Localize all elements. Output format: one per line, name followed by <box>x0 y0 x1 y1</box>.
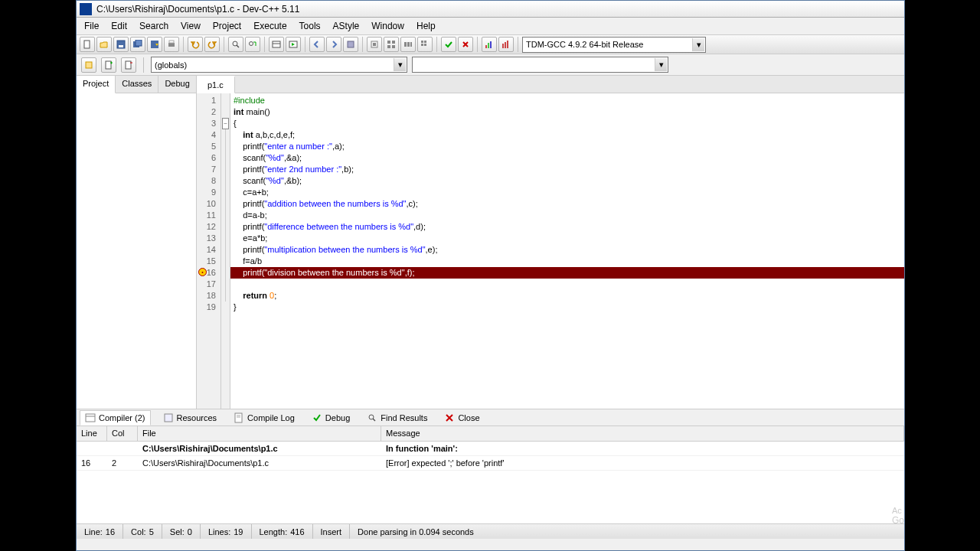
redo-button[interactable] <box>204 37 220 52</box>
code-lines[interactable]: #includeint main(){ int a,b,c,d,e,f; pri… <box>230 93 904 409</box>
svg-rect-20 <box>392 45 395 48</box>
editor-area: p1.c 12345678910111213141516•171819 − #i… <box>197 76 904 409</box>
chevron-down-icon: ▾ <box>692 38 704 51</box>
tab-bottom-debug-label: Debug <box>325 413 350 422</box>
header-file[interactable]: File <box>138 426 381 441</box>
table-row[interactable]: 162C:\Users\Rishiraj\Documents\p1.c[Erro… <box>77 456 904 471</box>
compile2-button[interactable] <box>367 37 382 52</box>
profiler-button[interactable] <box>482 37 497 52</box>
tab-close-label: Close <box>458 413 479 422</box>
menu-search[interactable]: Search <box>133 18 175 34</box>
compiler-select-value: TDM-GCC 4.9.2 64-bit Release <box>526 40 643 49</box>
print-button[interactable] <box>164 37 179 52</box>
compile-button[interactable] <box>269 37 284 52</box>
svg-rect-11 <box>273 41 280 47</box>
add-file-button[interactable] <box>101 57 116 73</box>
table-row[interactable]: C:\Users\Rishiraj\Documents\p1.cIn funct… <box>77 442 904 456</box>
editor-tab-p1[interactable]: p1.c <box>197 76 235 93</box>
project-tree[interactable] <box>77 93 196 409</box>
menu-help[interactable]: Help <box>410 18 442 34</box>
line-gutter: 12345678910111213141516•171819 <box>197 93 221 409</box>
new-file-button[interactable] <box>80 37 95 52</box>
scope-select[interactable]: (globals) ▾ <box>151 57 407 73</box>
open-button[interactable] <box>96 37 112 52</box>
main-area: Project Classes Debug p1.c 1234567891011… <box>77 76 904 409</box>
status-lines: Lines:19 <box>201 524 252 539</box>
tab-find-label: Find Results <box>381 413 427 422</box>
code-editor[interactable]: 12345678910111213141516•171819 − #includ… <box>197 93 904 409</box>
svg-rect-32 <box>505 42 506 48</box>
menu-astyle[interactable]: AStyle <box>327 18 366 34</box>
save-all-button[interactable] <box>130 37 145 52</box>
chevron-down-icon: ▾ <box>655 58 667 71</box>
header-line[interactable]: Line <box>77 426 107 441</box>
svg-rect-4 <box>136 40 142 46</box>
menu-window[interactable]: Window <box>365 18 410 34</box>
svg-rect-2 <box>119 45 123 47</box>
menu-tools[interactable]: Tools <box>293 18 327 34</box>
tab-bottom-debug[interactable]: Debug <box>307 411 354 425</box>
tab-close[interactable]: Close <box>439 411 484 425</box>
tab-compile-log[interactable]: Compile Log <box>229 411 299 425</box>
new-project-button[interactable] <box>81 57 96 73</box>
header-col[interactable]: Col <box>107 426 138 441</box>
replace-button[interactable] <box>245 37 260 52</box>
svg-rect-40 <box>165 414 172 422</box>
run-button[interactable] <box>286 37 301 52</box>
goto-button[interactable] <box>343 37 358 52</box>
header-message[interactable]: Message <box>381 426 904 441</box>
svg-rect-14 <box>348 41 354 47</box>
status-parse: Done parsing in 0.094 seconds <box>350 524 904 539</box>
compiler-icon <box>85 412 96 423</box>
svg-rect-0 <box>84 41 90 48</box>
find-button[interactable] <box>228 37 243 52</box>
remove-file-button[interactable] <box>121 57 136 73</box>
member-select[interactable]: ▾ <box>412 57 668 73</box>
compile-run-button[interactable] <box>400 37 416 52</box>
run2-button[interactable] <box>384 37 399 52</box>
status-line: Line:16 <box>77 524 123 539</box>
status-sel: Sel:0 <box>162 524 201 539</box>
titlebar[interactable]: C:\Users\Rishiraj\Documents\p1.c - Dev-C… <box>77 1 904 18</box>
tab-debug[interactable]: Debug <box>158 76 196 93</box>
svg-rect-31 <box>502 44 504 48</box>
menu-project[interactable]: Project <box>207 18 247 34</box>
menu-execute[interactable]: Execute <box>247 18 292 34</box>
save-as-button[interactable] <box>147 37 162 52</box>
tab-find-results[interactable]: Find Results <box>362 411 432 425</box>
status-length: Length:416 <box>252 524 313 539</box>
main-toolbar: TDM-GCC 4.9.2 64-bit Release ▾ <box>77 34 904 54</box>
tab-log-label: Compile Log <box>247 413 295 422</box>
svg-rect-36 <box>126 61 131 69</box>
tab-resources[interactable]: Resources <box>158 411 222 425</box>
svg-rect-41 <box>235 413 242 422</box>
save-button[interactable] <box>113 37 129 52</box>
debug-check-button[interactable] <box>441 37 456 52</box>
svg-rect-30 <box>490 41 492 48</box>
rebuild-button[interactable] <box>417 37 433 52</box>
svg-rect-17 <box>387 41 390 44</box>
tab-classes[interactable]: Classes <box>116 76 158 93</box>
undo-button[interactable] <box>188 37 203 52</box>
debug-stop-button[interactable] <box>458 37 473 52</box>
tab-project[interactable]: Project <box>77 76 116 93</box>
back-button[interactable] <box>309 37 325 52</box>
tab-compiler-label: Compiler (2) <box>99 413 145 422</box>
editor-tabs: p1.c <box>197 76 904 93</box>
left-panel: Project Classes Debug <box>77 76 197 409</box>
delete-profile-button[interactable] <box>498 37 514 52</box>
tab-compiler[interactable]: Compiler (2) <box>80 410 151 425</box>
svg-rect-18 <box>392 41 395 44</box>
forward-button[interactable] <box>326 37 341 52</box>
svg-rect-25 <box>424 41 426 43</box>
svg-rect-27 <box>424 44 426 46</box>
svg-rect-26 <box>421 44 423 46</box>
svg-rect-28 <box>485 45 487 48</box>
svg-rect-6 <box>168 43 175 47</box>
menu-edit[interactable]: Edit <box>105 18 133 34</box>
error-table[interactable]: Line Col File Message C:\Users\Rishiraj\… <box>77 426 904 523</box>
menu-view[interactable]: View <box>175 18 207 34</box>
compiler-select[interactable]: TDM-GCC 4.9.2 64-bit Release ▾ <box>522 37 706 53</box>
menu-file[interactable]: File <box>78 18 105 34</box>
log-icon <box>234 412 244 423</box>
